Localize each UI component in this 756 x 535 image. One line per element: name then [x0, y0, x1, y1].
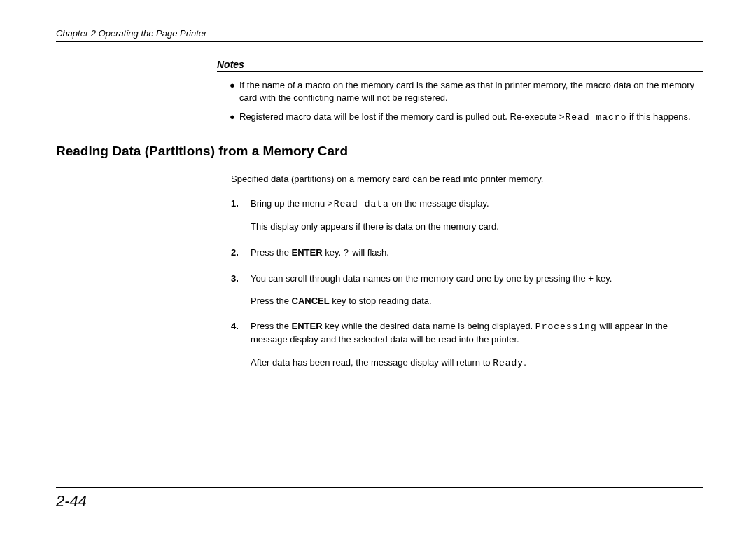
step-number: 1. — [231, 197, 251, 233]
code-text: Ready — [493, 358, 524, 368]
key-name: + — [588, 273, 594, 284]
note-text: If the name of a macro on the memory car… — [239, 79, 704, 104]
page: Chapter 2 Operating the Page Printer Not… — [0, 0, 756, 535]
section-heading: Reading Data (Partitions) from a Memory … — [56, 144, 704, 159]
code-text: Processing — [536, 321, 597, 332]
notes-list: ● If the name of a macro on the memory c… — [217, 79, 704, 124]
step-3: 3. You can scroll through data names on … — [231, 272, 704, 307]
note-text: Registered macro data will be lost if th… — [239, 111, 704, 124]
list-item: ● If the name of a macro on the memory c… — [230, 79, 704, 104]
step-body: Press the ENTER key while the desired da… — [251, 320, 704, 370]
code-text: >Read macro — [559, 112, 627, 123]
step-number: 4. — [231, 320, 251, 370]
step-2: 2. Press the ENTER key. ? will flash. — [231, 246, 704, 260]
step-number: 3. — [231, 272, 251, 307]
bullet-icon: ● — [230, 111, 239, 124]
running-header: Chapter 2 Operating the Page Printer — [56, 28, 704, 42]
step-body: Bring up the menu >Read data on the mess… — [251, 197, 704, 233]
footer: 2-44 — [56, 487, 704, 510]
code-text: >Read data — [328, 199, 389, 209]
code-text: ? — [344, 248, 350, 258]
step-body: You can scroll through data names on the… — [251, 272, 704, 307]
notes-heading: Notes — [217, 59, 704, 72]
key-name: ENTER — [292, 321, 323, 331]
section-intro: Specified data (partitions) on a memory … — [231, 173, 704, 186]
step-4: 4. Press the ENTER key while the desired… — [231, 320, 704, 370]
step-body: Press the ENTER key. ? will flash. — [251, 246, 704, 260]
step-1: 1. Bring up the menu >Read data on the m… — [231, 197, 704, 233]
step-list: 1. Bring up the menu >Read data on the m… — [231, 197, 704, 370]
key-name: ENTER — [292, 247, 323, 258]
bullet-icon: ● — [230, 79, 239, 104]
list-item: ● Registered macro data will be lost if … — [230, 111, 704, 124]
page-number: 2-44 — [56, 492, 704, 510]
key-name: CANCEL — [292, 296, 330, 306]
notes-block: Notes ● If the name of a macro on the me… — [217, 59, 704, 124]
step-number: 2. — [231, 246, 251, 260]
